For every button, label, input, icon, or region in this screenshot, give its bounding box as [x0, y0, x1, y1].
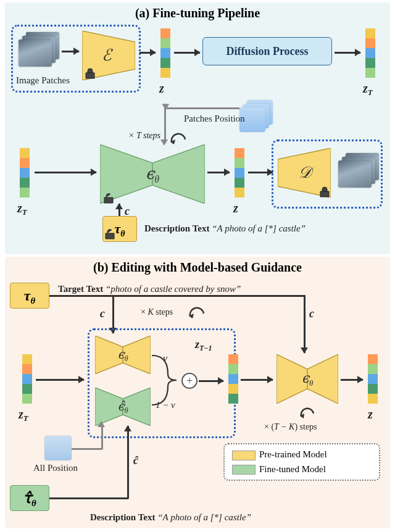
- description-label-b: Description Text “A photo of a [*] castl…: [90, 512, 251, 523]
- pos-line-h: [165, 107, 239, 109]
- arrow-right-unet-out: [341, 379, 363, 381]
- legend-pretrained: Pre-trained Model: [232, 449, 372, 460]
- legend-finetuned: Fine-tuned Model: [232, 464, 372, 475]
- z-label-top: z: [159, 81, 164, 96]
- latent-z-top: [160, 28, 170, 78]
- description-label-a: Description Text “A photo of a [*] castl…: [144, 223, 306, 234]
- output-image-stack: [338, 153, 381, 189]
- tau-pretrained: τθ: [10, 283, 49, 309]
- chat-arrow-up: [127, 426, 129, 499]
- lock-icon: [318, 186, 331, 199]
- encoder-symbol: ℰ: [102, 46, 113, 64]
- c-label-right: c: [309, 307, 314, 320]
- arrow-diffusion-to-zT: [335, 52, 360, 54]
- arrow-zT-to-unet: [35, 172, 96, 173]
- z-label-final: z: [368, 407, 373, 422]
- latent-mid: [228, 354, 238, 404]
- allpos-arrowhead: [98, 421, 105, 427]
- arrow-encoder-to-z: [139, 52, 156, 54]
- allpos-line-v: [101, 426, 103, 449]
- patches-position-label: Patches Position: [184, 114, 245, 124]
- latent-zT-bottom: [20, 148, 30, 197]
- latent-z-bottom: [235, 148, 244, 197]
- zTm1-label: zT−1: [195, 338, 212, 351]
- arrow-z-to-decoder: [248, 172, 273, 173]
- c-hat-label: ĉ: [133, 454, 138, 467]
- zT-label-b: zT: [19, 407, 28, 422]
- panel-fine-tuning: (a) Fine-tuning Pipeline Image Patches ℰ…: [5, 2, 390, 254]
- panel-editing: (b) Editing with Model-based Guidance τθ…: [5, 257, 390, 528]
- c-label-left: c: [100, 307, 105, 320]
- all-position-patch: [44, 436, 72, 460]
- svg-marker-3: [152, 144, 205, 204]
- c-label: c: [125, 205, 130, 218]
- latent-zT-b: [22, 354, 32, 404]
- chat-line-h: [49, 497, 128, 499]
- zT-label-top: zT: [363, 81, 373, 96]
- panel-a-title: (a) Fine-tuning Pipeline: [5, 2, 390, 20]
- loop-icon: [297, 406, 318, 420]
- loop-icon: [186, 305, 207, 320]
- arrow-mid-to-right: [241, 379, 273, 381]
- unlock-icon: [104, 228, 116, 241]
- arrow-zT-to-guidance: [36, 379, 84, 381]
- unlock-icon: [102, 193, 115, 205]
- unet-fine-tuned: ϵθ: [100, 144, 205, 204]
- pos-line-v: [164, 107, 166, 141]
- arrow-tau-to-unet: [118, 204, 120, 216]
- latent-z-final: [368, 354, 378, 404]
- lock-icon: [84, 68, 96, 80]
- target-text-line: Target Text “photo of a castle covered b…: [58, 284, 241, 294]
- tau-topline: [49, 295, 305, 297]
- image-patches-label: Image Patches: [16, 75, 70, 86]
- unet-pretrained-small: ϵθ: [95, 336, 151, 374]
- diffusion-process-box: Diffusion Process: [202, 37, 332, 65]
- z-label-bottom: z: [233, 201, 238, 215]
- unet-finetuned-small: ϵ̂θ: [95, 388, 151, 426]
- allpos-line-h: [72, 448, 102, 450]
- arrow-img-to-encoder: [62, 51, 79, 52]
- latent-zT-top: [365, 28, 375, 78]
- tk-steps-label: × (T − K) steps: [264, 422, 317, 432]
- k-steps-label: × K steps: [141, 307, 173, 317]
- all-position-label: All Position: [33, 463, 78, 473]
- image-patches-stack: [19, 32, 62, 68]
- plus-combine-icon: +: [181, 373, 198, 389]
- c-arrow-left: [112, 295, 114, 333]
- panel-b-title: (b) Editing with Model-based Guidance: [5, 257, 390, 275]
- legend-box: Pre-trained Model Fine-tuned Model: [223, 443, 380, 481]
- unet-pretrained-right: ϵθ: [276, 354, 338, 404]
- tau-finetuned: τ̂θ: [10, 485, 49, 511]
- zT-label-bottom: zT: [17, 201, 27, 215]
- arrow-plus-out: [199, 380, 223, 382]
- arrow-unet-to-z: [207, 172, 230, 173]
- brace-merge: [152, 349, 183, 411]
- loop-icon: [168, 131, 190, 146]
- t-steps-label: × T steps: [128, 131, 160, 141]
- c-arrow-right: [304, 295, 306, 353]
- arrow-z-to-diffusion: [174, 52, 200, 54]
